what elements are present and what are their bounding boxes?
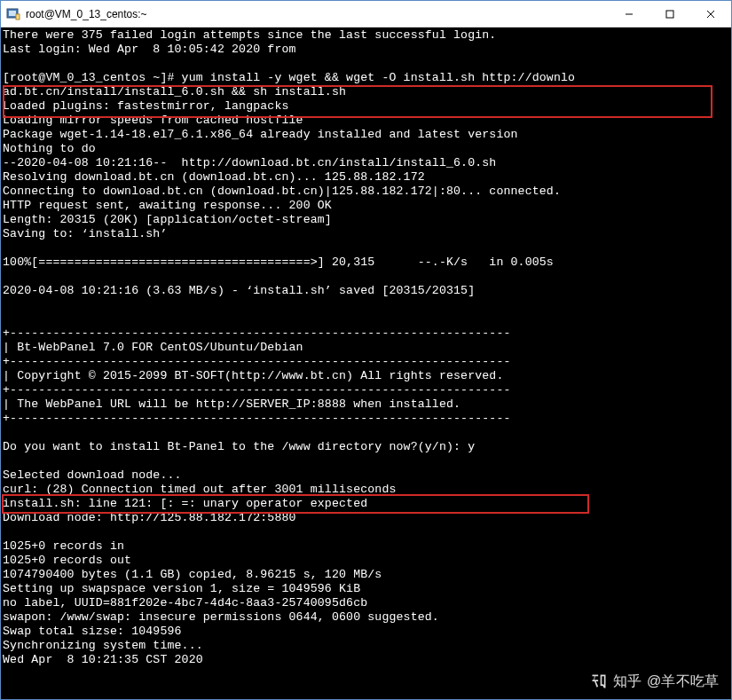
terminal-line: 1025+0 records in	[3, 539, 124, 553]
terminal-line: Loaded plugins: fastestmirror, langpacks	[3, 99, 289, 113]
terminal-line: --2020-04-08 10:21:16-- http://download.…	[3, 156, 496, 169]
terminal-line: Saving to: ‘install.sh’	[3, 227, 167, 240]
terminal-line: 1074790400 bytes (1.1 GB) copied, 8.9621…	[3, 568, 382, 581]
watermark-brand: 知乎	[613, 674, 641, 688]
terminal-line: Package wget-1.14-18.el7_6.1.x86_64 alre…	[3, 128, 518, 141]
terminal-line: Nothing to do	[3, 142, 96, 155]
terminal-line: | Copyright © 2015-2099 BT-SOFT(http://w…	[3, 369, 503, 382]
watermark-user: @羊不吃草	[647, 674, 719, 688]
terminal-line: 2020-04-08 10:21:16 (3.63 MB/s) - ‘insta…	[3, 284, 475, 297]
terminal-line: Selected download node...	[3, 468, 182, 482]
terminal-line: [root@VM_0_13_centos ~]# yum install -y …	[3, 71, 575, 84]
terminal-line: 100%[===================================…	[3, 256, 554, 269]
minimize-button[interactable]	[609, 1, 649, 28]
titlebar[interactable]: root@VM_0_13_centos:~	[1, 1, 731, 28]
terminal-line: Length: 20315 (20K) [application/octet-s…	[3, 213, 332, 226]
svg-rect-2	[16, 14, 20, 20]
terminal-line: | Bt-WebPanel 7.0 FOR CentOS/Ubuntu/Debi…	[3, 341, 303, 354]
terminal-line: +---------------------------------------…	[3, 383, 511, 397]
window-title: root@VM_0_13_centos:~	[26, 8, 147, 20]
svg-rect-1	[9, 11, 16, 16]
terminal-line: Swap total sizse: 1049596	[3, 625, 182, 638]
maximize-button[interactable]	[649, 1, 690, 28]
terminal-line: 1025+0 records out	[3, 554, 131, 567]
terminal-line: +---------------------------------------…	[3, 355, 511, 368]
terminal-line: There were 375 failed login attempts sin…	[3, 28, 496, 42]
close-button[interactable]	[690, 1, 731, 28]
terminal-line: ad.bt.cn/install/install_6.0.sh && sh in…	[3, 85, 346, 98]
terminal-line: +---------------------------------------…	[3, 412, 511, 425]
terminal-line: install.sh: line 121: [: =: unary operat…	[3, 497, 367, 510]
terminal-line: Setting up swapspace version 1, size = 1…	[3, 582, 360, 595]
terminal-line: HTTP request sent, awaiting response... …	[3, 199, 332, 212]
terminal-line: Last login: Wed Apr 8 10:05:42 2020 from	[3, 43, 296, 56]
terminal-line: Wed Apr 8 10:21:35 CST 2020	[3, 653, 203, 666]
terminal-line: swapon: /www/swap: insecure permissions …	[3, 610, 439, 624]
terminal-line: Do you want to install Bt-Panel to the /…	[3, 440, 475, 453]
terminal-line: curl: (28) Connection timed out after 30…	[3, 483, 397, 496]
zhihu-icon	[590, 672, 608, 690]
watermark: 知乎 @羊不吃草	[590, 672, 719, 690]
terminal-line: Resolving download.bt.cn (download.bt.cn…	[3, 170, 425, 184]
terminal-line: +---------------------------------------…	[3, 326, 511, 340]
svg-rect-4	[666, 11, 673, 18]
terminal-pane[interactable]: There were 375 failed login attempts sin…	[1, 28, 731, 699]
terminal-line: no label, UUID=881f202e-4bc7-4d4c-8aa3-2…	[3, 596, 367, 610]
terminal-line: | The WebPanel URL will be http://SERVER…	[3, 397, 460, 411]
terminal-line: Synchronizing system time...	[3, 639, 203, 652]
terminal-line: Connecting to download.bt.cn (download.b…	[3, 185, 561, 198]
terminal-line: Download node: http://125.88.182.172:588…	[3, 511, 296, 524]
putty-app-icon	[6, 7, 20, 21]
terminal-line: Loading mirror speeds from cached hostfi…	[3, 114, 303, 127]
putty-window: root@VM_0_13_centos:~ There were 375 fai…	[0, 0, 732, 700]
